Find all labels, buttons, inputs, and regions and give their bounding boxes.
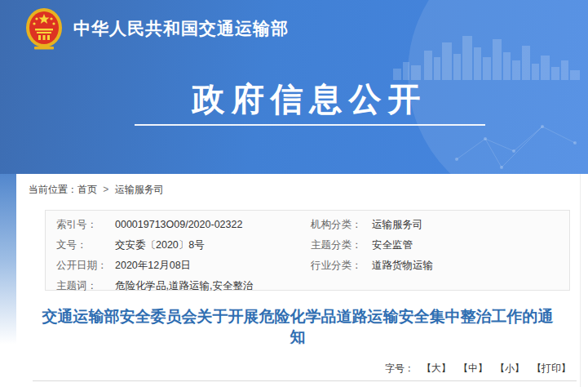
content-divider xyxy=(33,380,577,381)
meta-label: 行业分类： xyxy=(311,256,372,276)
font-size-medium-button[interactable]: 【中】 xyxy=(458,362,488,376)
meta-label: 文号： xyxy=(46,235,115,256)
banner: 中华人民共和国交通运输部 政府信息公开 xyxy=(0,0,588,174)
national-emblem-icon xyxy=(24,7,64,51)
meta-label: 主题词： xyxy=(46,276,115,296)
font-size-small-button[interactable]: 【小】 xyxy=(495,362,524,376)
banner-title-underline xyxy=(135,124,485,126)
meta-value: 交安委〔2020〕8号 xyxy=(115,235,311,256)
meta-value: 运输服务司 xyxy=(372,215,569,235)
meta-value: 道路货物运输 xyxy=(372,256,569,276)
meta-value: 危险化学品,道路运输,安全整治 xyxy=(115,276,311,296)
font-size-controls: 字号： 【大】 【中】 【小】 【打印】 xyxy=(385,362,571,376)
document-title: 交通运输部安全委员会关于开展危险化学品道路运输安全集中整治工作的通知 xyxy=(37,306,559,347)
content-panel: 当前位置：首页 > 运输服务司 索引号： 000019713O09/2020-0… xyxy=(16,174,581,387)
meta-label: 公开日期： xyxy=(46,256,115,276)
font-size-large-button[interactable]: 【大】 xyxy=(422,362,451,376)
meta-label: 机构分类： xyxy=(311,215,372,235)
meta-row-date: 公开日期： 2020年12月08日 行业分类： 道路货物运输 xyxy=(46,256,569,276)
site-name-link[interactable]: 中华人民共和国交通运输部 xyxy=(73,17,289,40)
meta-value: 2020年12月08日 xyxy=(115,256,311,276)
left-gradient-strip xyxy=(0,174,16,387)
meta-row-index: 索引号： 000019713O09/2020-02322 机构分类： 运输服务司 xyxy=(46,215,569,235)
breadcrumb-separator-icon: > xyxy=(103,184,108,195)
banner-page-title: 政府信息公开 xyxy=(15,80,588,118)
meta-label: 主题分类： xyxy=(311,235,372,256)
breadcrumb-section-link[interactable]: 运输服务司 xyxy=(115,184,164,195)
meta-row-keywords: 主题词： 危险化学品,道路运输,安全整治 xyxy=(46,276,569,296)
meta-row-docnumber: 文号： 交安委〔2020〕8号 主题分类： 安全监管 xyxy=(46,235,569,256)
breadcrumb-home-link[interactable]: 首页 xyxy=(77,184,97,195)
city-skyline-decor xyxy=(391,33,588,80)
breadcrumb-label: 当前位置： xyxy=(29,184,77,195)
print-button[interactable]: 【打印】 xyxy=(532,362,571,376)
font-size-label: 字号： xyxy=(385,362,414,376)
breadcrumb: 当前位置：首页 > 运输服务司 xyxy=(16,174,580,197)
document-meta-table: 索引号： 000019713O09/2020-02322 机构分类： 运输服务司… xyxy=(45,210,570,291)
meta-value: 安全监管 xyxy=(372,235,569,256)
meta-value: 000019713O09/2020-02322 xyxy=(115,215,311,235)
meta-label: 索引号： xyxy=(46,215,115,235)
